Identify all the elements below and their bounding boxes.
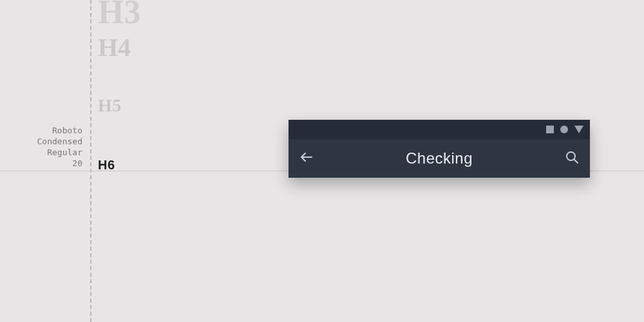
spec-font-family: Roboto: [0, 126, 82, 137]
back-arrow-icon: [299, 149, 314, 165]
spec-font-variant: Condensed: [0, 137, 82, 147]
spec-font-size: 20: [0, 158, 82, 169]
heading-sample-h4: H4: [98, 35, 131, 61]
status-triangle-icon: [574, 126, 583, 133]
svg-rect-0: [546, 126, 554, 133]
back-button[interactable]: [299, 149, 314, 167]
status-square-icon: [546, 126, 554, 133]
status-circle-icon: [560, 126, 568, 133]
svg-line-4: [574, 160, 578, 164]
heading-sample-h3: H3: [98, 0, 140, 29]
spec-font-weight: Regular: [0, 147, 82, 158]
appbar-title: Checking: [314, 149, 564, 167]
search-button[interactable]: [564, 149, 580, 167]
heading-sample-h6: H6: [98, 158, 115, 171]
device-frame: Checking: [289, 120, 590, 178]
search-icon: [564, 149, 580, 165]
type-spec-label: Roboto Condensed Regular 20: [0, 126, 82, 169]
svg-marker-2: [574, 126, 583, 133]
heading-sample-h5: H5: [98, 97, 122, 115]
app-bar: Checking: [289, 139, 590, 178]
status-bar: [289, 120, 590, 139]
vertical-guideline: [90, 0, 91, 322]
svg-point-1: [560, 126, 568, 133]
